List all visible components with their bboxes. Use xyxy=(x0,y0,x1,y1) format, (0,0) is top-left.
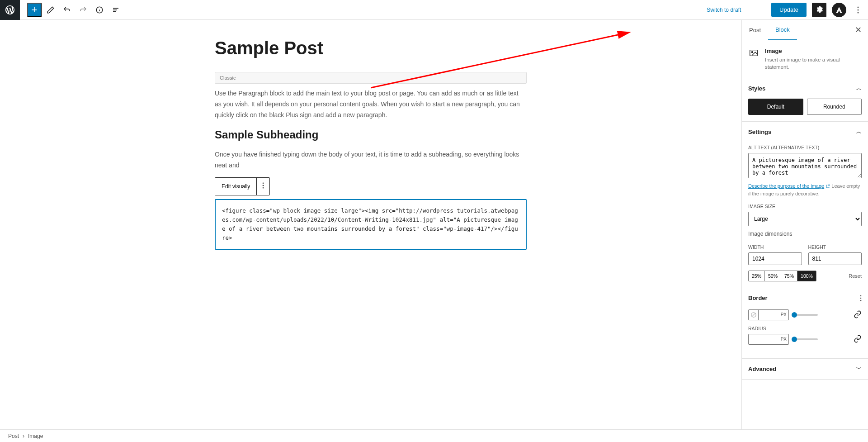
styles-panel-header[interactable]: Styles ︿ xyxy=(742,78,868,99)
alt-text-help: Describe the purpose of the image Leave … xyxy=(748,182,862,197)
edit-mode-button[interactable] xyxy=(43,3,58,17)
close-sidebar-button[interactable]: ✕ xyxy=(855,25,862,35)
edit-visually-button[interactable]: Edit visually xyxy=(215,178,257,195)
external-link-icon xyxy=(826,184,830,189)
tab-post[interactable]: Post xyxy=(742,20,768,40)
astra-button[interactable] xyxy=(832,3,846,17)
sidebar-tabs: Post Block ✕ xyxy=(742,20,868,40)
image-icon xyxy=(749,48,759,58)
alt-text-input[interactable] xyxy=(748,153,862,178)
image-block-icon xyxy=(748,48,759,58)
percent-50-button[interactable]: 50% xyxy=(765,271,781,281)
astra-icon xyxy=(835,6,843,14)
settings-panel-label: Settings xyxy=(748,128,771,135)
chevron-up-icon: ︿ xyxy=(856,85,862,92)
classic-block-label[interactable]: Classic xyxy=(215,72,527,84)
border-slider[interactable] xyxy=(793,314,818,316)
style-default-button[interactable]: Default xyxy=(748,99,803,115)
redo-icon xyxy=(79,6,87,14)
percent-25-button[interactable]: 25% xyxy=(749,271,765,281)
redo-button[interactable] xyxy=(76,3,90,17)
svg-point-16 xyxy=(860,295,862,296)
percent-75-button[interactable]: 75% xyxy=(781,271,797,281)
advanced-panel-header[interactable]: Advanced ﹀ xyxy=(742,359,868,380)
reset-button[interactable]: Reset xyxy=(849,273,862,279)
wordpress-icon xyxy=(5,5,15,15)
svg-point-8 xyxy=(858,12,859,13)
border-panel-label: Border xyxy=(748,295,768,301)
link-icon xyxy=(854,335,862,343)
settings-button[interactable] xyxy=(812,3,826,17)
svg-line-20 xyxy=(751,313,755,317)
svg-point-6 xyxy=(858,6,859,8)
breadcrumb-separator: › xyxy=(23,433,24,439)
border-unit-label: PX xyxy=(779,310,788,320)
height-label: HEIGHT xyxy=(808,244,862,250)
svg-point-12 xyxy=(263,185,264,186)
switch-to-draft-link[interactable]: Switch to draft xyxy=(707,7,741,13)
radius-slider[interactable] xyxy=(793,338,818,340)
height-input[interactable] xyxy=(808,252,862,265)
subheading-block[interactable]: Sample Subheading xyxy=(215,128,527,141)
kebab-icon xyxy=(262,182,264,189)
chevron-up-icon: ︿ xyxy=(856,128,862,136)
styles-panel-body: Default Rounded xyxy=(742,99,868,122)
toolbar-left: + xyxy=(20,3,123,17)
block-info-title: Image xyxy=(765,48,862,54)
settings-panel-body: ALT TEXT (ALTERNATIVE TEXT) Describe the… xyxy=(742,142,868,288)
block-toolbar: Edit visually xyxy=(215,177,270,195)
radius-link-sides-button[interactable] xyxy=(854,335,862,344)
kebab-icon[interactable] xyxy=(860,295,862,301)
svg-point-13 xyxy=(263,187,264,189)
editor-canvas[interactable]: Sample Post Classic Use the Paragraph bl… xyxy=(0,20,741,429)
chevron-down-icon: ﹀ xyxy=(856,365,862,373)
border-width-input[interactable] xyxy=(759,310,779,320)
breadcrumb: Post › Image xyxy=(0,429,868,442)
radius-label: RADIUS xyxy=(748,326,862,331)
border-panel-header[interactable]: Border xyxy=(742,288,868,308)
width-label: WIDTH xyxy=(748,244,802,250)
link-icon xyxy=(854,310,862,318)
styles-panel-label: Styles xyxy=(748,85,765,92)
details-button[interactable] xyxy=(92,3,107,17)
image-size-label: IMAGE SIZE xyxy=(748,204,862,209)
svg-point-18 xyxy=(860,300,862,301)
undo-button[interactable] xyxy=(60,3,74,17)
radius-input[interactable] xyxy=(749,334,779,344)
breadcrumb-image[interactable]: Image xyxy=(28,433,43,439)
outline-button[interactable] xyxy=(108,3,123,17)
block-more-button[interactable] xyxy=(257,178,269,195)
border-color-button[interactable] xyxy=(749,310,759,320)
border-link-sides-button[interactable] xyxy=(854,310,862,320)
border-width-input-group: PX xyxy=(748,309,789,320)
add-block-button[interactable]: + xyxy=(27,3,42,17)
undo-icon xyxy=(63,6,71,14)
width-input[interactable] xyxy=(748,252,802,265)
svg-point-15 xyxy=(751,52,753,53)
post-title-input[interactable]: Sample Post xyxy=(215,38,527,58)
more-options-button[interactable] xyxy=(852,3,864,17)
settings-panel-header[interactable]: Settings ︿ xyxy=(742,122,868,142)
paragraph-block-1[interactable]: Use the Paragraph block to add the main … xyxy=(215,88,527,120)
svg-point-11 xyxy=(263,182,264,184)
radius-input-group: PX xyxy=(748,334,789,345)
style-rounded-button[interactable]: Rounded xyxy=(807,99,862,115)
html-code-block[interactable]: <figure class="wp-block-image size-large… xyxy=(215,199,527,250)
image-dimensions-label: Image dimensions xyxy=(748,231,862,237)
block-info-desc: Insert an image to make a visual stateme… xyxy=(765,56,862,71)
image-size-select[interactable]: Large xyxy=(748,212,862,226)
editor-top-bar: + Switch to draft Preview Update xyxy=(0,0,868,20)
info-icon xyxy=(95,6,104,14)
no-color-icon xyxy=(750,312,757,318)
paragraph-block-2[interactable]: Once you have finished typing down the b… xyxy=(215,149,527,171)
alt-text-label: ALT TEXT (ALTERNATIVE TEXT) xyxy=(748,145,862,150)
alt-help-link[interactable]: Describe the purpose of the image xyxy=(748,183,824,189)
breadcrumb-post[interactable]: Post xyxy=(8,433,19,439)
border-panel-body: PX RADIUS PX xyxy=(742,308,868,359)
wp-logo-button[interactable] xyxy=(0,0,20,20)
svg-point-7 xyxy=(858,9,859,10)
percent-100-button[interactable]: 100% xyxy=(797,271,816,281)
update-button[interactable]: Update xyxy=(771,3,807,17)
tab-block[interactable]: Block xyxy=(768,20,797,40)
block-info-panel: Image Insert an image to make a visual s… xyxy=(742,40,868,78)
